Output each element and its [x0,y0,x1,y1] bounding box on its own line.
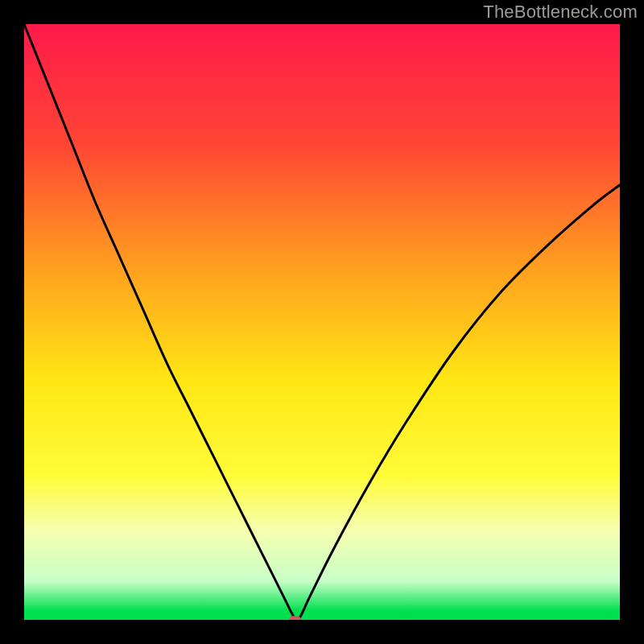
chart-svg [24,24,620,620]
gradient-background [24,24,620,620]
watermark-text: TheBottleneck.com [483,2,638,23]
plot-area [24,24,620,620]
chart-frame: TheBottleneck.com [0,0,644,644]
